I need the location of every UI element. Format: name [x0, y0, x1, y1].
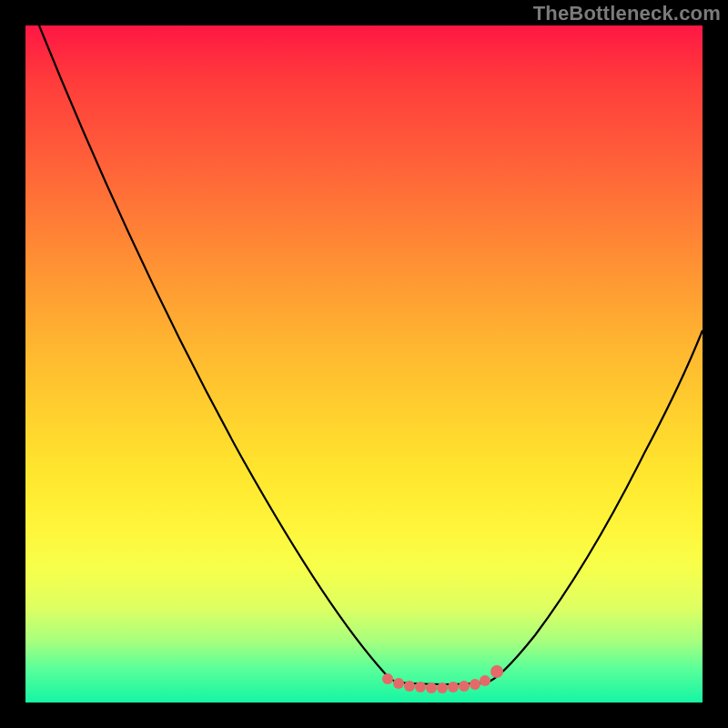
svg-point-3	[415, 682, 426, 693]
svg-point-4	[426, 682, 437, 693]
svg-point-6	[448, 682, 459, 693]
curve-left-descent	[39, 25, 399, 682]
curve-layer	[25, 25, 703, 703]
svg-point-10	[490, 665, 503, 678]
plot-area	[25, 25, 703, 703]
chart-frame: TheBottleneck.com	[0, 0, 728, 728]
valley-marker	[382, 665, 503, 693]
svg-point-9	[480, 675, 490, 686]
svg-point-8	[470, 679, 480, 690]
svg-point-0	[382, 673, 393, 684]
watermark-text: TheBottleneck.com	[533, 2, 721, 25]
svg-point-1	[393, 678, 404, 689]
svg-point-2	[404, 681, 415, 692]
curve-right-ascent	[486, 330, 703, 682]
svg-point-7	[459, 681, 470, 692]
svg-point-5	[437, 682, 448, 693]
